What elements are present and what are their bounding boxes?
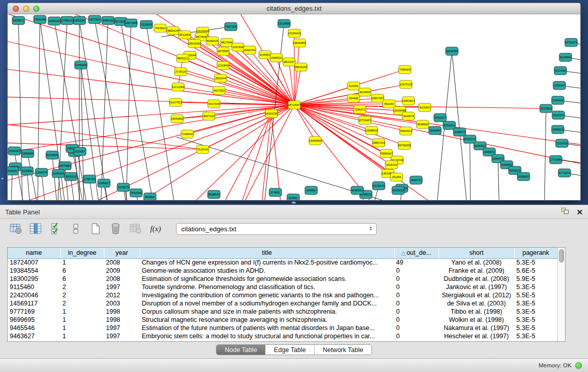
close-panel-icon[interactable]: ✕ [576, 208, 583, 216]
table-settings-icon[interactable] [9, 222, 23, 235]
column-header-title[interactable]: title [140, 248, 394, 258]
graph-node[interactable]: 16648784 [446, 47, 458, 55]
graph-node[interactable]: 252254 [390, 173, 403, 181]
graph-node[interactable]: 3624554 [359, 88, 371, 96]
float-panel-icon[interactable] [561, 207, 569, 216]
graph-node[interactable]: 9245052 [517, 172, 530, 181]
graph-node[interactable]: 7615404 [197, 145, 209, 154]
graph-node[interactable]: 9875685 [217, 47, 229, 55]
select-column-icon[interactable] [29, 222, 42, 235]
graph-node[interactable]: 9317008 [208, 100, 220, 108]
graph-node[interactable]: 12975115 [400, 80, 412, 89]
graph-node[interactable]: 9146821 [259, 51, 271, 59]
graph-node[interactable]: 10107552 [169, 98, 182, 106]
graph-node[interactable]: 10975887 [59, 162, 71, 170]
graph-node[interactable]: 9245022 [351, 186, 363, 194]
graph-node[interactable]: 1505113 [64, 172, 77, 181]
graph-node[interactable]: 79684067 [380, 149, 393, 158]
graph-node[interactable]: 18724007 [288, 101, 300, 109]
graph-node[interactable]: 1209387 [553, 81, 565, 90]
graph-node[interactable]: 2242848 [217, 61, 229, 70]
graph-node[interactable]: 19384554 [309, 137, 321, 145]
graph-node[interactable]: 1244415 [552, 96, 564, 104]
memory-ok-indicator[interactable] [575, 362, 582, 369]
graph-node[interactable]: 9115460 [419, 103, 431, 112]
graph-node[interactable]: 13218586 [278, 19, 290, 28]
graph-node[interactable]: 16671358 [125, 19, 137, 27]
graph-node[interactable]: 2526052 [8, 147, 20, 155]
graph-node[interactable]: 15751074 [565, 38, 577, 47]
graph-node[interactable]: 18300295 [265, 110, 277, 118]
column-header-in-degree[interactable]: in_degree [60, 248, 104, 258]
graph-node[interactable]: 2015057 [74, 147, 86, 156]
graph-node[interactable]: 1678275 [117, 183, 129, 191]
graph-node[interactable]: 954436 [347, 94, 360, 102]
graph-node[interactable]: 1795725 [83, 175, 96, 183]
graph-node[interactable]: 1615132 [385, 161, 398, 169]
graph-node[interactable]: 8454749 [244, 46, 256, 54]
graph-node[interactable]: 21953346 [75, 61, 87, 69]
column-header-short[interactable]: short [439, 248, 514, 258]
graph-node[interactable]: 9827546 [221, 38, 233, 47]
graph-node[interactable]: 8734212 [464, 135, 476, 143]
table-row[interactable]: 1456911722003Disruption of a novel membe… [8, 299, 557, 308]
panel-splitter-handle[interactable] [292, 202, 296, 204]
graph-node[interactable]: 7386372 [354, 105, 366, 114]
graph-node[interactable]: 18640955 [293, 39, 306, 47]
graph-node[interactable]: 2803144 [214, 74, 227, 82]
graph-node[interactable]: 916266 [347, 82, 360, 90]
graph-node[interactable]: 18807243 [373, 139, 385, 147]
table-row[interactable]: 911546021997Tourette syndrome. Phenomeno… [8, 283, 557, 291]
graph-node[interactable]: 9245033 [392, 186, 404, 194]
graph-node[interactable]: 1845772 [410, 176, 422, 184]
graph-node[interactable]: 2769141 [61, 16, 73, 25]
graph-node[interactable]: 1592344 [130, 189, 142, 197]
graph-node[interactable]: 1985499 [21, 149, 34, 158]
graph-node[interactable]: 1588520 [270, 54, 282, 62]
tab-edge-table[interactable]: Edge Table [265, 345, 314, 355]
graph-node[interactable]: 9405571 [12, 16, 25, 25]
collapse-panel-arrow[interactable]: ◂ [1, 176, 3, 181]
graph-node[interactable]: 10807487 [372, 94, 384, 102]
graph-node[interactable]: 19654992 [171, 115, 183, 123]
graph-node[interactable]: 962160 [383, 100, 395, 108]
graph-node[interactable]: 8791912 [443, 121, 455, 129]
graph-node[interactable]: 7515526 [140, 20, 153, 29]
graph-node[interactable]: 99756928 [398, 141, 410, 149]
graph-node[interactable]: 1589203 [552, 125, 564, 134]
graph-node[interactable]: 76654923 [400, 127, 412, 135]
graph-node[interactable]: 10688609 [365, 126, 378, 135]
table-header-row[interactable]: namein_degreeyeartitle△out_de...shortpag… [8, 248, 557, 258]
network-file-select[interactable]: citations_edges.txt ▲▼ [176, 223, 377, 235]
graph-node[interactable]: 924504 [305, 186, 317, 194]
graph-node[interactable]: 14136141 [373, 182, 385, 190]
graph-node[interactable]: 9860128 [167, 27, 179, 35]
graph-node[interactable]: 1221033 [556, 139, 568, 147]
delete-column-icon[interactable] [109, 222, 122, 235]
graph-node[interactable]: 2649576 [402, 112, 415, 120]
graph-node[interactable]: 6791977 [434, 114, 446, 122]
network-graph-canvas[interactable]: 1872400794055712769140610653282769141106… [8, 14, 580, 200]
graph-node[interactable]: 939184 [8, 167, 18, 175]
table-row[interactable]: 946554611997Estimation of the future num… [8, 324, 557, 332]
tab-network-table[interactable]: Network Table [314, 345, 372, 355]
graph-node[interactable]: 1095817 [98, 179, 110, 187]
graph-node[interactable]: 12213384 [172, 83, 184, 91]
graph-node[interactable]: 9912954 [179, 31, 191, 39]
table-row[interactable]: 1830029562008Estimation of significance … [8, 275, 557, 283]
show-columns-icon[interactable] [49, 222, 62, 235]
graph-node[interactable]: 1394275 [35, 168, 48, 177]
close-window-icon[interactable] [13, 6, 19, 12]
graph-node[interactable]: 10653287 [73, 16, 85, 25]
graph-node[interactable]: 9198272 [453, 128, 466, 136]
graph-node[interactable]: 9427552 [213, 86, 225, 95]
graph-node[interactable]: 1115682 [21, 167, 33, 175]
graph-node[interactable]: 9699695 [417, 120, 429, 128]
graph-node[interactable]: 1527602 [89, 15, 101, 24]
function-builder-icon[interactable]: f(x) [149, 222, 162, 235]
graph-node[interactable]: 7485063 [399, 65, 411, 74]
network-window[interactable]: citations_edges.txt 18724007940557127691… [7, 3, 581, 201]
graph-node[interactable]: 27691406 [34, 15, 46, 24]
table-row[interactable]: 969969511998Structural magnetic resonanc… [8, 316, 557, 324]
graph-node[interactable]: 1640954 [429, 126, 441, 135]
